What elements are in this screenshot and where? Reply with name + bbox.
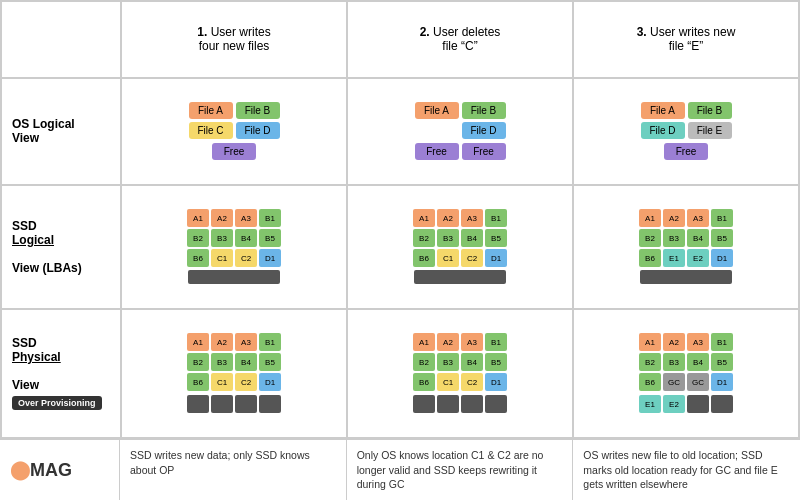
bottom-text-col1: SSD writes new data; only SSD knows abou… — [120, 440, 347, 500]
os-logical-col3: File A File B File D File E Free — [573, 78, 799, 185]
phys3-e1: E1 — [639, 395, 661, 413]
ssd-logical-label: SSD LogicalView (LBAs) — [1, 185, 121, 309]
phys3-b2: B2 — [639, 353, 661, 371]
header-empty — [1, 1, 121, 78]
phys2-b2: B2 — [413, 353, 435, 371]
file-d-block2: File D — [462, 122, 506, 139]
ssd-logical-col2: A1 A2 A3 B1 B2 B3 B4 B5 B6 C1 C2 D1 — [347, 185, 573, 309]
ssd-physical-col3: A1 A2 A3 B1 B2 B3 B4 B5 B6 GC GC D1 E1 E… — [573, 309, 799, 438]
diagram-grid: 1. User writesfour new files 2. User del… — [0, 0, 800, 439]
phys1-c2: C2 — [235, 373, 257, 391]
file-d-block3: File D — [641, 122, 685, 139]
file-e-block3: File E — [688, 122, 732, 139]
lba-d1: D1 — [259, 249, 281, 267]
phys2-d1: D1 — [485, 373, 507, 391]
lba3-a2: A2 — [663, 209, 685, 227]
lba2-d1: D1 — [485, 249, 507, 267]
lba3-b1: B1 — [711, 209, 733, 227]
lba2-a2: A2 — [437, 209, 459, 227]
free-block2b: Free — [462, 143, 506, 160]
lba3-b5: B5 — [711, 229, 733, 247]
phys2-a1: A1 — [413, 333, 435, 351]
lba2-c2: C2 — [461, 249, 483, 267]
file-a-block: File A — [189, 102, 233, 119]
lba-b2: B2 — [187, 229, 209, 247]
phys3-a3: A3 — [687, 333, 709, 351]
lba3-b3: B3 — [663, 229, 685, 247]
phys1-a1: A1 — [187, 333, 209, 351]
lba3-b6: B6 — [639, 249, 661, 267]
lba2-c1: C1 — [437, 249, 459, 267]
lba2-b2: B2 — [413, 229, 435, 247]
file-b-block2: File B — [462, 102, 506, 119]
file-c-block: File C — [189, 122, 233, 139]
phys3-b1: B1 — [711, 333, 733, 351]
phys2-b5: B5 — [485, 353, 507, 371]
step2-label: 2. User deletesfile “C” — [420, 25, 501, 53]
main-container: 1. User writesfour new files 2. User del… — [0, 0, 800, 500]
lba3-e2: E2 — [687, 249, 709, 267]
logo-cell: ⬤MAG — [0, 440, 120, 500]
step3-label: 3. User writes newfile “E” — [637, 25, 736, 53]
lba-b3: B3 — [211, 229, 233, 247]
phys2-a3: A3 — [461, 333, 483, 351]
ssd-physical-col1: A1 A2 A3 B1 B2 B3 B4 B5 B6 C1 C2 D1 — [121, 309, 347, 438]
lba2-a1: A1 — [413, 209, 435, 227]
phys2-b1: B1 — [485, 333, 507, 351]
phys3-a1: A1 — [639, 333, 661, 351]
phys3-b3: B3 — [663, 353, 685, 371]
phys1-a3: A3 — [235, 333, 257, 351]
lba-a3: A3 — [235, 209, 257, 227]
lba3-a1: A1 — [639, 209, 661, 227]
file-a-block3: File A — [641, 102, 685, 119]
phys1-b1: B1 — [259, 333, 281, 351]
empty-block2 — [415, 122, 459, 139]
phys1-b2: B2 — [187, 353, 209, 371]
lba2-b5: B5 — [485, 229, 507, 247]
header-col1: 1. User writesfour new files — [121, 1, 347, 78]
phys2-b3: B3 — [437, 353, 459, 371]
lba-c2: C2 — [235, 249, 257, 267]
lba-c1: C1 — [211, 249, 233, 267]
file-b-block: File B — [236, 102, 280, 119]
phys2-b6: B6 — [413, 373, 435, 391]
ssd-logical-col1: A1 A2 A3 B1 B2 B3 B4 B5 B6 C1 C2 D1 — [121, 185, 347, 309]
lba-b1: B1 — [259, 209, 281, 227]
lba2-a3: A3 — [461, 209, 483, 227]
file-a-block2: File A — [415, 102, 459, 119]
header-col2: 2. User deletesfile “C” — [347, 1, 573, 78]
phys3-b5: B5 — [711, 353, 733, 371]
lba3-d1: D1 — [711, 249, 733, 267]
lba2-b1: B1 — [485, 209, 507, 227]
os-logical-col1: File A File B File C File D Free — [121, 78, 347, 185]
ssd-physical-label: SSD PhysicalView Over Provisioning — [1, 309, 121, 438]
phys2-c2: C2 — [461, 373, 483, 391]
lba2-b4: B4 — [461, 229, 483, 247]
phys1-b4: B4 — [235, 353, 257, 371]
lba2-b6: B6 — [413, 249, 435, 267]
lba-a2: A2 — [211, 209, 233, 227]
logo: ⬤MAG — [10, 458, 72, 481]
ssd-physical-col2: A1 A2 A3 B1 B2 B3 B4 B5 B6 C1 C2 D1 — [347, 309, 573, 438]
lba-b5: B5 — [259, 229, 281, 247]
ssd-logical-col3: A1 A2 A3 B1 B2 B3 B4 B5 B6 E1 E2 D1 — [573, 185, 799, 309]
phys2-a2: A2 — [437, 333, 459, 351]
phys1-b5: B5 — [259, 353, 281, 371]
header-col3: 3. User writes newfile “E” — [573, 1, 799, 78]
step1-label: 1. User writesfour new files — [197, 25, 270, 53]
phys1-d1: D1 — [259, 373, 281, 391]
lba-a1: A1 — [187, 209, 209, 227]
phys3-b4: B4 — [687, 353, 709, 371]
lba3-e1: E1 — [663, 249, 685, 267]
over-provisioning-label: Over Provisioning — [12, 396, 102, 410]
phys3-gc2: GC — [687, 373, 709, 391]
phys3-e2: E2 — [663, 395, 685, 413]
phys3-a2: A2 — [663, 333, 685, 351]
phys3-d1: D1 — [711, 373, 733, 391]
bottom-text-col2: Only OS knows location C1 & C2 are no lo… — [347, 440, 574, 500]
lba3-b2: B2 — [639, 229, 661, 247]
os-logical-label: OS LogicalView — [1, 78, 121, 185]
phys2-c1: C1 — [437, 373, 459, 391]
bottom-row: ⬤MAG SSD writes new data; only SSD knows… — [0, 439, 800, 500]
lba-b4: B4 — [235, 229, 257, 247]
